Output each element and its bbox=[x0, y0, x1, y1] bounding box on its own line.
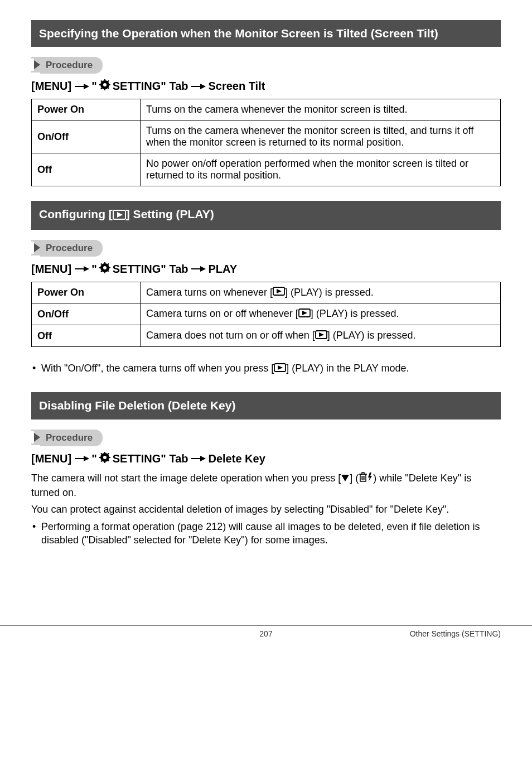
gear-icon bbox=[99, 452, 110, 466]
setting-tab-label-b: SETTING" Tab bbox=[113, 263, 188, 276]
svg-marker-33 bbox=[302, 311, 307, 315]
play-icon bbox=[298, 308, 311, 320]
option-key: On/Off bbox=[32, 120, 141, 153]
option-desc: No power on/off operation performed when… bbox=[141, 153, 501, 186]
svg-rect-20 bbox=[104, 262, 105, 264]
down-triangle-icon bbox=[341, 472, 350, 485]
option-desc: Turns on the camera whenever the monitor… bbox=[141, 99, 501, 120]
menu-btn-label: [MENU] bbox=[31, 452, 71, 465]
arrow-right-icon bbox=[190, 455, 206, 462]
gear-icon bbox=[99, 79, 110, 93]
table-row: Power OnCamera turns on whenever [] (PLA… bbox=[32, 282, 501, 303]
svg-rect-45 bbox=[108, 457, 110, 458]
svg-marker-31 bbox=[277, 289, 282, 293]
svg-rect-4 bbox=[104, 79, 105, 81]
svg-rect-6 bbox=[99, 84, 101, 85]
table-row: On/OffTurns on the camera whenever the m… bbox=[32, 120, 501, 153]
svg-marker-1 bbox=[84, 84, 89, 89]
note-list: Performing a format operation (page 212)… bbox=[31, 520, 501, 547]
svg-marker-59 bbox=[368, 472, 372, 481]
procedure-text: Procedure bbox=[40, 240, 103, 257]
option-desc: Camera turns on or off whenever [] (PLAY… bbox=[141, 303, 501, 325]
play-icon bbox=[273, 287, 285, 298]
svg-rect-55 bbox=[362, 472, 364, 474]
gear-icon bbox=[99, 262, 110, 276]
table-row: On/OffCamera turns on or off whenever []… bbox=[32, 303, 501, 325]
arrow-right-icon bbox=[74, 455, 89, 462]
section-heading-play: Configuring [] Setting (PLAY) bbox=[31, 201, 501, 229]
svg-marker-17 bbox=[84, 266, 89, 272]
procedure-label: Procedure bbox=[31, 240, 501, 257]
procedure-label: Procedure bbox=[31, 430, 501, 446]
svg-marker-29 bbox=[200, 266, 206, 272]
svg-marker-52 bbox=[341, 475, 349, 481]
options-table-play: Power OnCamera turns on whenever [] (PLA… bbox=[31, 282, 501, 347]
body-text: The camera will not start the image dele… bbox=[31, 471, 501, 500]
note-list: With "On/Off", the camera turns off when… bbox=[31, 361, 501, 375]
play-icon bbox=[315, 330, 327, 342]
svg-point-41 bbox=[103, 456, 107, 459]
options-table-screen-tilt: Power OnTurns on the camera whenever the… bbox=[31, 99, 501, 186]
setting-tab-label-a: " bbox=[91, 263, 96, 276]
option-key: On/Off bbox=[32, 303, 141, 325]
option-key: Off bbox=[32, 153, 141, 186]
menu-btn-label: [MENU] bbox=[31, 263, 71, 276]
arrow-right-icon bbox=[74, 83, 89, 90]
svg-rect-43 bbox=[104, 461, 105, 463]
note-item: With "On/Off", the camera turns off when… bbox=[31, 361, 501, 375]
body-text: You can protect against accidental delet… bbox=[31, 503, 501, 516]
table-row: Power OnTurns on the camera whenever the… bbox=[32, 99, 501, 120]
procedure-arrow-icon bbox=[31, 57, 40, 73]
svg-point-19 bbox=[103, 266, 107, 269]
svg-marker-15 bbox=[117, 212, 123, 218]
title-part-b: ] Setting (PLAY) bbox=[126, 208, 214, 220]
option-key: Off bbox=[32, 325, 141, 347]
svg-point-3 bbox=[103, 83, 107, 86]
section-heading-screen-tilt: Specifying the Operation when the Monito… bbox=[31, 20, 501, 47]
footer-section-label: Other Settings (SETTING) bbox=[410, 629, 501, 638]
page-content: Specifying the Operation when the Monito… bbox=[0, 0, 532, 547]
svg-marker-37 bbox=[278, 365, 283, 370]
arrow-right-icon bbox=[74, 265, 89, 273]
play-icon bbox=[113, 208, 126, 224]
option-desc: Camera turns on whenever [] (PLAY) is pr… bbox=[141, 282, 501, 303]
svg-rect-42 bbox=[104, 452, 105, 454]
svg-rect-21 bbox=[104, 271, 105, 273]
setting-tab-label-a: " bbox=[91, 80, 96, 93]
svg-marker-35 bbox=[319, 332, 324, 337]
play-icon bbox=[274, 362, 286, 375]
svg-rect-44 bbox=[99, 457, 101, 458]
procedure-arrow-icon bbox=[31, 240, 40, 255]
title-part-a: Configuring [ bbox=[39, 208, 113, 220]
procedure-arrow-icon bbox=[31, 430, 40, 445]
svg-marker-51 bbox=[200, 456, 206, 461]
svg-rect-22 bbox=[99, 267, 101, 268]
submenu-label: Screen Tilt bbox=[208, 80, 265, 93]
svg-marker-13 bbox=[200, 84, 206, 89]
arrow-right-icon bbox=[190, 265, 206, 273]
page-number: 207 bbox=[259, 629, 272, 638]
menu-path: [MENU] " SETTING" Tab Delete Key bbox=[31, 452, 501, 466]
arrow-right-icon bbox=[190, 83, 206, 90]
svg-rect-5 bbox=[104, 88, 105, 90]
section-heading-delete-key: Disabling File Deletion (Delete Key) bbox=[31, 392, 501, 419]
menu-btn-label: [MENU] bbox=[31, 80, 71, 93]
submenu-label: Delete Key bbox=[208, 452, 265, 465]
menu-path: [MENU] " SETTING" Tab PLAY bbox=[31, 262, 501, 276]
option-key: Power On bbox=[32, 99, 141, 120]
procedure-text: Procedure bbox=[40, 57, 103, 74]
svg-marker-39 bbox=[84, 456, 89, 461]
option-key: Power On bbox=[32, 282, 141, 303]
menu-path: [MENU] " SETTING" Tab Screen Tilt bbox=[31, 79, 501, 93]
svg-rect-7 bbox=[108, 84, 110, 85]
table-row: OffCamera does not turn on or off when [… bbox=[32, 325, 501, 347]
trash-flash-icon bbox=[359, 471, 373, 486]
setting-tab-label-b: SETTING" Tab bbox=[113, 80, 188, 93]
table-row: OffNo power on/off operation performed w… bbox=[32, 153, 501, 186]
procedure-text: Procedure bbox=[40, 430, 103, 446]
note-item: Performing a format operation (page 212)… bbox=[31, 520, 501, 547]
setting-tab-label-a: " bbox=[91, 452, 96, 465]
option-desc: Camera does not turn on or off when [] (… bbox=[141, 325, 501, 347]
procedure-label: Procedure bbox=[31, 57, 501, 74]
svg-rect-23 bbox=[108, 267, 110, 268]
